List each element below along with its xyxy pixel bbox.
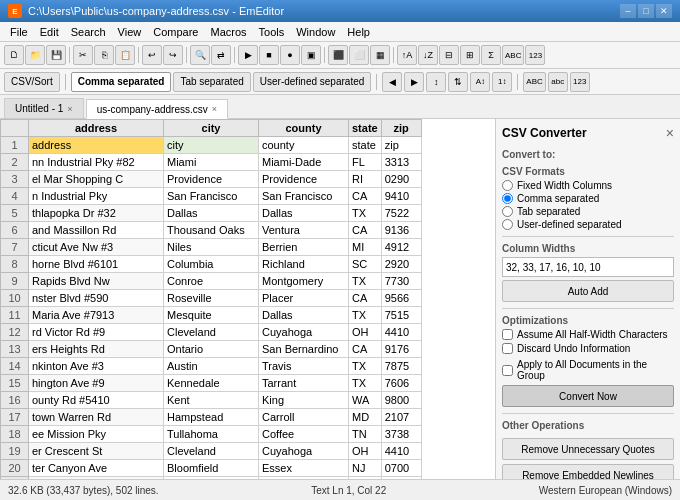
sort-desc-button[interactable]: ↓Z — [418, 45, 438, 65]
menu-search[interactable]: Search — [65, 24, 112, 40]
paste-button[interactable]: 📋 — [115, 45, 135, 65]
cell-city: Hampstead — [164, 409, 259, 426]
menu-view[interactable]: View — [112, 24, 148, 40]
cut-button[interactable]: ✂ — [73, 45, 93, 65]
cell-city: Dallas — [164, 205, 259, 222]
tb-icon7[interactable]: ▦ — [370, 45, 390, 65]
radio-user-defined[interactable]: User-defined separated — [502, 219, 674, 230]
minimize-button[interactable]: – — [620, 4, 636, 18]
cell-zip: 7606 — [381, 375, 421, 392]
tb-icon2[interactable]: ■ — [259, 45, 279, 65]
app-icon: E — [8, 4, 22, 18]
csv-tb-btn3[interactable]: ↕ — [426, 72, 446, 92]
convert-now-button[interactable]: Convert Now — [502, 385, 674, 407]
col-header-state[interactable]: state — [349, 120, 382, 137]
cell-zip: 9176 — [381, 341, 421, 358]
tab-untitled[interactable]: Untitled - 1 × — [4, 98, 84, 118]
col-header-city[interactable]: city — [164, 120, 259, 137]
data-table: address city county state zip 1 address … — [0, 119, 422, 479]
spreadsheet[interactable]: address city county state zip 1 address … — [0, 119, 495, 479]
tb-icon4[interactable]: ▣ — [301, 45, 321, 65]
csv-tb-btn2[interactable]: ▶ — [404, 72, 424, 92]
cell-zip: 9566 — [381, 290, 421, 307]
cell-state: MD — [349, 409, 382, 426]
csv-tb-btn8[interactable]: abc — [548, 72, 568, 92]
tb-icon10[interactable]: ABC — [502, 45, 524, 65]
col-header-zip[interactable]: zip — [381, 120, 421, 137]
tb-icon5[interactable]: ⬛ — [328, 45, 348, 65]
tab-csv[interactable]: us-company-address.csv × — [86, 99, 228, 119]
cell-city: Roseville — [164, 290, 259, 307]
csv-tb-btn5[interactable]: A↕ — [470, 72, 490, 92]
auto-add-button[interactable]: Auto Add — [502, 280, 674, 302]
copy-button[interactable]: ⎘ — [94, 45, 114, 65]
menu-tools[interactable]: Tools — [253, 24, 291, 40]
menu-compare[interactable]: Compare — [147, 24, 204, 40]
maximize-button[interactable]: □ — [638, 4, 654, 18]
table-row: 11 Maria Ave #7913 Mesquite Dallas TX 75… — [1, 307, 422, 324]
csv-tb-btn1[interactable]: ◀ — [382, 72, 402, 92]
cell-address: and Massillon Rd — [29, 222, 164, 239]
cell-city: Tullahoma — [164, 426, 259, 443]
tb-icon6[interactable]: ⬜ — [349, 45, 369, 65]
assume-half-width-checkbox[interactable]: Assume All Half-Width Characters — [502, 329, 674, 340]
tb-icon1[interactable]: ▶ — [238, 45, 258, 65]
radio-fixed-width[interactable]: Fixed Width Columns — [502, 180, 674, 191]
cell-state: TX — [349, 205, 382, 222]
comma-separated-tab[interactable]: Comma separated — [71, 72, 172, 92]
save-button[interactable]: 💾 — [46, 45, 66, 65]
col-widths-input[interactable] — [502, 257, 674, 277]
tb-icon11[interactable]: 123 — [525, 45, 545, 65]
close-button[interactable]: ✕ — [656, 4, 672, 18]
csv-sort-tab[interactable]: CSV/Sort — [4, 72, 60, 92]
row-num: 1 — [1, 137, 29, 154]
cell-zip: 9800 — [381, 392, 421, 409]
discard-undo-checkbox[interactable]: Discard Undo Information — [502, 343, 674, 354]
col-header-address[interactable]: address — [29, 120, 164, 137]
tb-icon3[interactable]: ● — [280, 45, 300, 65]
tab-untitled-close[interactable]: × — [67, 104, 72, 114]
undo-button[interactable]: ↩ — [142, 45, 162, 65]
csv-tb-btn9[interactable]: 123 — [570, 72, 590, 92]
radio-tab[interactable]: Tab separated — [502, 206, 674, 217]
cell-city: Providence — [164, 171, 259, 188]
cell-city: Columbia — [164, 256, 259, 273]
menu-window[interactable]: Window — [290, 24, 341, 40]
menu-help[interactable]: Help — [341, 24, 376, 40]
user-defined-tab[interactable]: User-defined separated — [253, 72, 372, 92]
filter-button[interactable]: ⊟ — [439, 45, 459, 65]
menu-file[interactable]: File — [4, 24, 34, 40]
tab-untitled-label: Untitled - 1 — [15, 103, 63, 114]
replace-button[interactable]: ⇄ — [211, 45, 231, 65]
new-button[interactable]: 🗋 — [4, 45, 24, 65]
remove-newlines-button[interactable]: Remove Embedded Newlines — [502, 464, 674, 479]
redo-button[interactable]: ↪ — [163, 45, 183, 65]
menu-macros[interactable]: Macros — [204, 24, 252, 40]
cell-county: county — [259, 137, 349, 154]
csv-tb-btn6[interactable]: 1↕ — [492, 72, 512, 92]
table-row: 2 nn Industrial Pky #82 Miami Miami-Dade… — [1, 154, 422, 171]
radio-comma[interactable]: Comma separated — [502, 193, 674, 204]
csv-tb-btn7[interactable]: ABC — [523, 72, 545, 92]
apply-all-checkbox[interactable]: Apply to All Documents in the Group — [502, 359, 674, 381]
col-header-county[interactable]: county — [259, 120, 349, 137]
remove-quotes-button[interactable]: Remove Unnecessary Quotes — [502, 438, 674, 460]
cell-city: Cleveland — [164, 324, 259, 341]
sort-asc-button[interactable]: ↑A — [397, 45, 417, 65]
tab-csv-close[interactable]: × — [212, 104, 217, 114]
cell-county: San Bernardino — [259, 341, 349, 358]
panel-close-button[interactable]: × — [666, 125, 674, 141]
cell-county: Cuyahoga — [259, 324, 349, 341]
tb-icon9[interactable]: Σ — [481, 45, 501, 65]
cell-county: Travis — [259, 358, 349, 375]
tab-separated-tab[interactable]: Tab separated — [173, 72, 250, 92]
menu-edit[interactable]: Edit — [34, 24, 65, 40]
csv-tb-btn4[interactable]: ⇅ — [448, 72, 468, 92]
tb-icon8[interactable]: ⊞ — [460, 45, 480, 65]
find-button[interactable]: 🔍 — [190, 45, 210, 65]
convert-to-label: Convert to: — [502, 149, 674, 160]
cell-state: PA — [349, 477, 382, 480]
open-button[interactable]: 📁 — [25, 45, 45, 65]
cell-city: Conroe — [164, 273, 259, 290]
table-row: 8 horne Blvd #6101 Columbia Richland SC … — [1, 256, 422, 273]
